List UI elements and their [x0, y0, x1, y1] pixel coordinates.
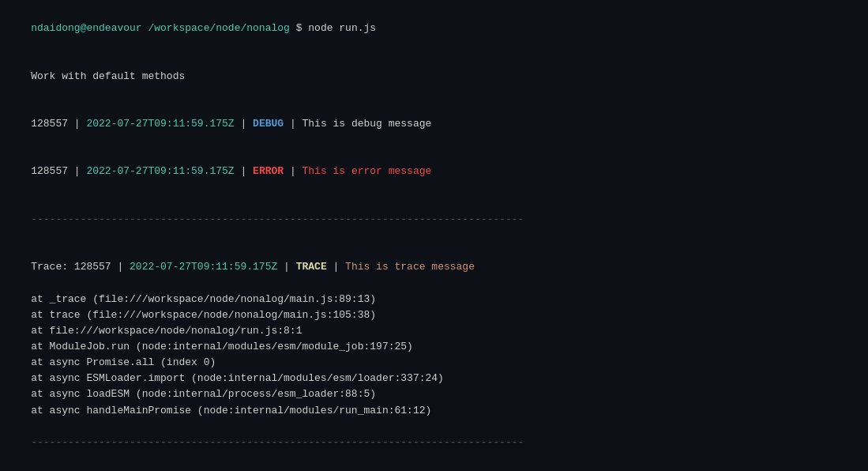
line-error1: 128557 | 2022-07-27T09:11:59.175Z | ERRO…: [6, 148, 862, 195]
trace-label: TRACE: [296, 261, 327, 273]
error-label: ERROR: [253, 165, 284, 177]
trace-stack-8: at async handleMainPromise (node:interna…: [6, 403, 862, 419]
line-work-logger: Work with `logger` factory: [6, 466, 862, 471]
debug-label: DEBUG: [253, 118, 284, 130]
trace-timestamp: 2022-07-27T09:11:59.175Z: [130, 261, 277, 273]
trace-stack-6: at async ESMLoader.import (node:internal…: [6, 371, 862, 386]
terminal: ndaidong@endeavour /workspace/node/nonal…: [0, 0, 868, 471]
line-work-default: Work with default methods: [6, 52, 862, 100]
error-msg: This is error message: [302, 165, 432, 177]
trace-stack-5: at async Promise.all (index 0): [6, 355, 862, 371]
line-debug1: 128557 | 2022-07-27T09:11:59.175Z | DEBU…: [6, 100, 862, 148]
trace-header: Trace: 128557 | 2022-07-27T09:11:59.175Z…: [6, 243, 862, 291]
timestamp: 2022-07-27T09:11:59.175Z: [86, 118, 234, 130]
pid: 128557: [31, 165, 68, 177]
timestamp: 2022-07-27T09:11:59.175Z: [86, 165, 234, 177]
prompt-user: ndaidong@endeavour /workspace/node/nonal…: [31, 22, 290, 34]
prompt-dollar: $: [290, 22, 308, 34]
trace-stack-4: at ModuleJob.run (node:internal/modules/…: [6, 339, 862, 355]
separator-2: ----------------------------------------…: [6, 419, 862, 466]
trace-stack-3: at file:///workspace/node/nonalog/run.js…: [6, 323, 862, 339]
trace-msg: This is trace message: [345, 261, 475, 273]
work-default-text: Work with default methods: [31, 70, 185, 82]
prompt-cmd: node run.js: [308, 22, 376, 34]
prompt-line: ndaidong@endeavour /workspace/node/nonal…: [6, 5, 862, 52]
trace-stack-7: at async loadESM (node:internal/process/…: [6, 386, 862, 402]
pid: 128557: [31, 118, 68, 130]
trace-stack-2: at trace (file:///workspace/node/nonalog…: [6, 307, 862, 323]
trace-stack-1: at _trace (file:///workspace/node/nonalo…: [6, 292, 862, 307]
separator-1: ----------------------------------------…: [6, 196, 862, 243]
